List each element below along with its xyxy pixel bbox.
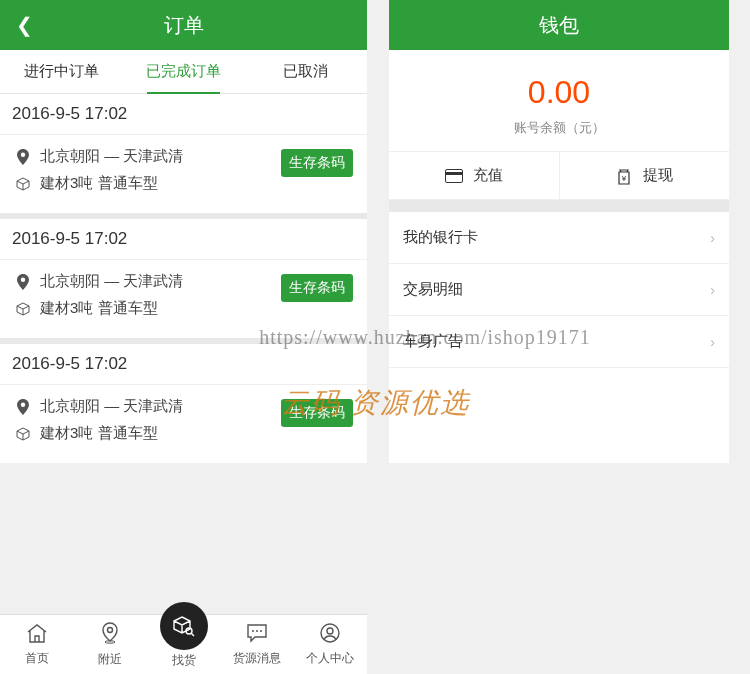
box-icon xyxy=(14,427,32,441)
pin-icon xyxy=(14,149,32,165)
order-cargo: 建材3吨 普通车型 xyxy=(40,424,158,443)
divider xyxy=(389,200,729,212)
balance-amount: 0.00 xyxy=(389,74,729,111)
svg-point-8 xyxy=(256,630,258,632)
svg-point-7 xyxy=(252,630,254,632)
wallet-menu: 我的银行卡 › 交易明细 › 车身广告 › xyxy=(389,212,729,368)
bottom-nav: 首页 附近 找货 货源消息 个人中心 xyxy=(0,614,367,674)
svg-point-9 xyxy=(260,630,262,632)
order-cargo: 建材3吨 普通车型 xyxy=(40,299,158,318)
order-time: 2016-9-5 17:02 xyxy=(0,213,367,260)
nav-label: 首页 xyxy=(25,650,49,667)
wallet-actions: 充值 ¥ 提现 xyxy=(389,151,729,200)
nav-label: 找货 xyxy=(172,652,196,669)
card-icon xyxy=(445,169,463,183)
user-icon xyxy=(320,623,340,648)
nav-profile[interactable]: 个人中心 xyxy=(294,615,367,674)
barcode-button[interactable]: 生存条码 xyxy=(281,149,353,177)
wallet-title: 钱包 xyxy=(539,12,579,39)
nav-label: 附近 xyxy=(98,651,122,668)
chevron-right-icon: › xyxy=(710,230,715,246)
svg-rect-0 xyxy=(445,169,462,182)
tab-in-progress[interactable]: 进行中订单 xyxy=(0,50,122,93)
svg-rect-1 xyxy=(445,172,463,175)
nav-nearby[interactable]: 附近 xyxy=(73,615,146,674)
order-route: 北京朝阳 — 天津武清 xyxy=(40,147,183,166)
pin-icon xyxy=(14,399,32,415)
tab-cancelled[interactable]: 已取消 xyxy=(245,50,367,93)
home-icon xyxy=(26,623,48,648)
order-card[interactable]: 北京朝阳 — 天津武清 建材3吨 普通车型 生存条码 xyxy=(0,135,367,213)
nav-messages[interactable]: 货源消息 xyxy=(220,615,293,674)
message-icon xyxy=(246,623,268,648)
order-route: 北京朝阳 — 天津武清 xyxy=(40,397,183,416)
svg-text:¥: ¥ xyxy=(621,174,627,183)
recharge-button[interactable]: 充值 xyxy=(389,152,560,199)
svg-point-4 xyxy=(105,640,115,642)
wallet-header: 钱包 xyxy=(389,0,729,50)
tabs: 进行中订单 已完成订单 已取消 xyxy=(0,50,367,94)
menu-ads[interactable]: 车身广告 › xyxy=(389,316,729,368)
orders-title: 订单 xyxy=(164,12,204,39)
menu-label: 交易明细 xyxy=(403,280,463,299)
orders-panel: ❮ 订单 进行中订单 已完成订单 已取消 2016-9-5 17:02 北京朝阳… xyxy=(0,0,367,463)
svg-point-11 xyxy=(327,628,333,634)
location-icon xyxy=(100,622,120,649)
box-search-icon xyxy=(160,602,208,650)
box-icon xyxy=(14,177,32,191)
order-card[interactable]: 北京朝阳 — 天津武清 建材3吨 普通车型 生存条码 xyxy=(0,260,367,338)
nav-home[interactable]: 首页 xyxy=(0,615,73,674)
balance-box: 0.00 账号余额（元） xyxy=(389,50,729,151)
menu-transactions[interactable]: 交易明细 › xyxy=(389,264,729,316)
barcode-button[interactable]: 生存条码 xyxy=(281,274,353,302)
recharge-label: 充值 xyxy=(473,166,503,185)
barcode-button[interactable]: 生存条码 xyxy=(281,399,353,427)
svg-point-3 xyxy=(108,627,113,632)
menu-label: 车身广告 xyxy=(403,332,463,351)
order-list: 2016-9-5 17:02 北京朝阳 — 天津武清 建材3吨 普通车型 生存条… xyxy=(0,94,367,463)
nav-label: 个人中心 xyxy=(306,650,354,667)
box-icon xyxy=(14,302,32,316)
svg-line-6 xyxy=(191,633,194,636)
tab-completed[interactable]: 已完成订单 xyxy=(122,50,244,93)
order-cargo: 建材3吨 普通车型 xyxy=(40,174,158,193)
withdraw-button[interactable]: ¥ 提现 xyxy=(560,152,730,199)
withdraw-label: 提现 xyxy=(643,166,673,185)
order-card[interactable]: 北京朝阳 — 天津武清 建材3吨 普通车型 生存条码 xyxy=(0,385,367,463)
order-time: 2016-9-5 17:02 xyxy=(0,338,367,385)
chevron-right-icon: › xyxy=(710,282,715,298)
nav-find-cargo[interactable]: 找货 xyxy=(147,615,220,674)
orders-header: ❮ 订单 xyxy=(0,0,367,50)
order-time: 2016-9-5 17:02 xyxy=(0,94,367,135)
balance-label: 账号余额（元） xyxy=(389,119,729,137)
withdraw-icon: ¥ xyxy=(615,169,633,183)
back-icon[interactable]: ❮ xyxy=(16,13,33,37)
menu-label: 我的银行卡 xyxy=(403,228,478,247)
nav-label: 货源消息 xyxy=(233,650,281,667)
order-route: 北京朝阳 — 天津武清 xyxy=(40,272,183,291)
pin-icon xyxy=(14,274,32,290)
menu-bankcards[interactable]: 我的银行卡 › xyxy=(389,212,729,264)
chevron-right-icon: › xyxy=(710,334,715,350)
wallet-panel: 钱包 0.00 账号余额（元） 充值 ¥ 提现 我的银行卡 xyxy=(389,0,729,463)
